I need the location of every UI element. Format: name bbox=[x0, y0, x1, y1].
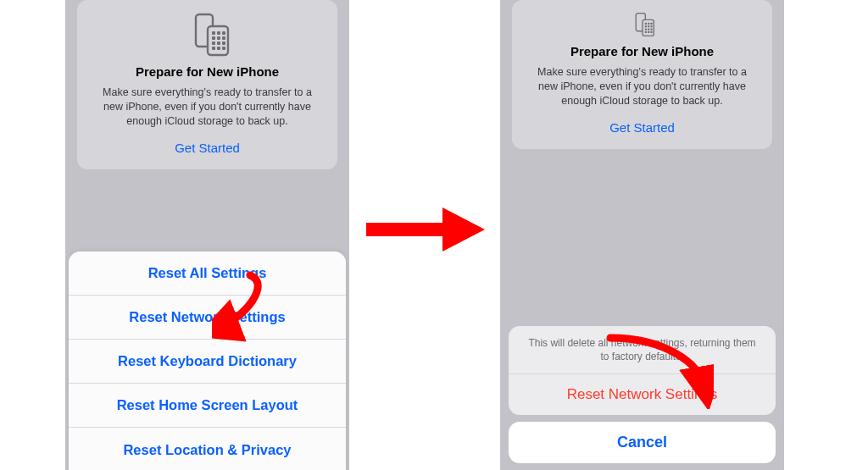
sheet-item-reset-location[interactable]: Reset Location & Privacy bbox=[69, 428, 346, 470]
sheet-item-reset-keyboard[interactable]: Reset Keyboard Dictionary bbox=[69, 340, 346, 384]
get-started-button[interactable]: Get Started bbox=[609, 120, 675, 135]
sheet-item-reset-home[interactable]: Reset Home Screen Layout bbox=[69, 384, 346, 428]
confirm-action-sheet: This will delete all network settings, r… bbox=[509, 326, 776, 463]
svg-rect-11 bbox=[212, 47, 215, 50]
svg-rect-12 bbox=[217, 47, 220, 50]
cancel-button[interactable]: Cancel bbox=[509, 422, 776, 463]
svg-rect-7 bbox=[222, 36, 225, 40]
prepare-desc: Make sure everything's ready to transfer… bbox=[527, 65, 757, 108]
tutorial-arrow-icon bbox=[366, 206, 485, 253]
prepare-desc: Make sure everything's ready to transfer… bbox=[92, 86, 322, 129]
svg-rect-9 bbox=[217, 41, 220, 45]
prepare-title: Prepare for New iPhone bbox=[527, 44, 757, 58]
get-started-button[interactable]: Get Started bbox=[175, 141, 240, 155]
svg-rect-13 bbox=[222, 47, 225, 50]
reset-action-sheet: Reset All Settings Reset Network Setting… bbox=[69, 252, 346, 470]
svg-rect-15 bbox=[643, 19, 654, 36]
svg-rect-25 bbox=[644, 31, 646, 33]
svg-rect-17 bbox=[648, 23, 649, 25]
svg-rect-27 bbox=[650, 31, 652, 33]
phone-screenshot-right: Prepare for New iPhone Make sure everyth… bbox=[500, 0, 784, 470]
svg-rect-19 bbox=[644, 25, 646, 27]
svg-rect-26 bbox=[648, 31, 649, 33]
svg-rect-3 bbox=[217, 31, 220, 35]
prepare-title: Prepare for New iPhone bbox=[92, 64, 322, 79]
svg-marker-29 bbox=[442, 207, 485, 252]
confirm-reset-network-button[interactable]: Reset Network Settings bbox=[509, 374, 776, 415]
confirm-message: This will delete all network settings, r… bbox=[509, 326, 776, 374]
svg-rect-20 bbox=[648, 25, 649, 27]
svg-rect-4 bbox=[222, 31, 225, 35]
svg-rect-24 bbox=[650, 28, 652, 30]
confirm-box: This will delete all network settings, r… bbox=[509, 326, 776, 415]
svg-rect-21 bbox=[650, 25, 652, 27]
svg-rect-18 bbox=[650, 23, 652, 25]
svg-rect-10 bbox=[222, 41, 225, 45]
svg-rect-28 bbox=[366, 223, 448, 236]
iphone-grid-icon bbox=[527, 12, 757, 37]
prepare-card: Prepare for New iPhone Make sure everyth… bbox=[77, 0, 337, 169]
svg-rect-5 bbox=[212, 36, 215, 40]
sheet-item-reset-network[interactable]: Reset Network Settings bbox=[69, 296, 346, 340]
svg-rect-1 bbox=[208, 26, 228, 55]
svg-rect-22 bbox=[644, 28, 646, 30]
svg-rect-2 bbox=[212, 31, 215, 35]
sheet-item-reset-all[interactable]: Reset All Settings bbox=[69, 252, 346, 296]
svg-rect-6 bbox=[217, 36, 220, 40]
phone-screenshot-left: Prepare for New iPhone Make sure everyth… bbox=[65, 0, 349, 470]
iphone-grid-icon bbox=[92, 12, 322, 58]
svg-rect-23 bbox=[648, 28, 649, 30]
svg-rect-8 bbox=[212, 41, 215, 45]
svg-rect-16 bbox=[644, 23, 646, 25]
prepare-card: Prepare for New iPhone Make sure everyth… bbox=[512, 0, 772, 149]
